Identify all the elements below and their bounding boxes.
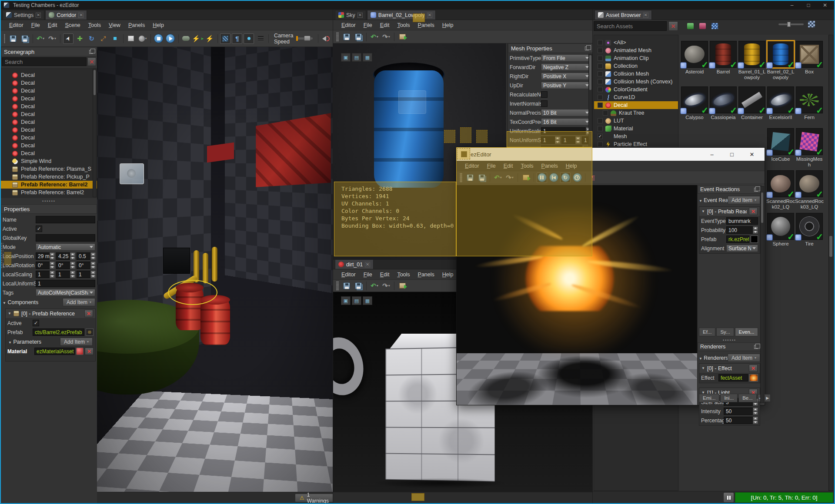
scenegraph-item-decal[interactable]: Decal	[1, 149, 97, 157]
spin-up-icon[interactable]	[753, 417, 758, 421]
particle-doc-menu-editor[interactable]: Editor	[337, 271, 360, 279]
scenegraph-item-simple-wind[interactable]: Simple Wind	[1, 157, 97, 165]
undo-icon[interactable]: ↶▾	[369, 281, 380, 291]
asset-type-animation-clip[interactable]: Animation Clip	[594, 54, 678, 62]
grid-icon[interactable]	[220, 33, 230, 44]
float-panel-icon[interactable]	[754, 345, 758, 349]
asset-thumbnail[interactable]: ✓	[710, 86, 737, 113]
browse-asset-button[interactable]	[86, 328, 94, 336]
scenegraph-item-decal[interactable]: Decal	[1, 79, 97, 87]
asset-item-barrel-01-lowpoly[interactable]: ✓Barrel_01_Lowpoly	[738, 41, 766, 80]
spin-down-icon[interactable]	[753, 230, 758, 234]
type-filter-checkbox[interactable]	[598, 56, 603, 61]
spin-input[interactable]: 100	[726, 226, 753, 234]
speaker-icon[interactable]	[321, 33, 331, 44]
spin-up-icon[interactable]	[50, 271, 55, 275]
viewport-camera-icon[interactable]: ▤	[352, 296, 361, 305]
spin-input[interactable]: 0°	[77, 262, 90, 269]
particle-doc-menu-edit[interactable]: Edit	[376, 271, 394, 279]
type-filter-checkbox[interactable]	[598, 103, 603, 108]
asset-filter-icon[interactable]	[697, 21, 708, 31]
mode-select[interactable]: Automatic	[36, 243, 95, 251]
minimize-button[interactable]: –	[785, 1, 798, 9]
scene-menu-editor[interactable]: Editor	[5, 21, 27, 29]
asset-thumbnail[interactable]: ✓	[681, 86, 708, 113]
asset-item-icecube[interactable]: ✓IceCube	[766, 128, 795, 162]
save-icon[interactable]	[8, 33, 18, 44]
scale-icon[interactable]: ⤢	[98, 33, 109, 44]
spin-buttons[interactable]	[90, 252, 96, 260]
run-project-icon[interactable]: ⚡➤	[193, 33, 203, 44]
play-icon[interactable]	[165, 33, 176, 44]
mesh-menu-help[interactable]: Help	[438, 21, 458, 29]
asset-item-sphere[interactable]: ✓Sphere	[766, 213, 795, 247]
asset-type-colorgradient[interactable]: ColorGradient	[594, 86, 678, 93]
asset-grid-scrollbar[interactable]	[828, 35, 833, 491]
spin-up-icon[interactable]	[90, 271, 96, 275]
active-checkbox[interactable]: ✓	[33, 320, 39, 326]
doc-tab-settings[interactable]: Settings✕	[3, 10, 44, 20]
scenegraph-item-prefab-reference-barrel2[interactable]: Prefab Reference: Barrel2	[1, 181, 97, 189]
asset-type-animated-mesh[interactable]: Animated Mesh	[594, 46, 678, 54]
scenegraph-item-decal[interactable]: Decal	[1, 126, 97, 134]
spin-buttons[interactable]	[50, 271, 55, 278]
scenegraph-item-prefab-reference-pickup-p[interactable]: Prefab Reference: Pickup_P	[1, 173, 97, 181]
asset-item-scannedrock02-lq[interactable]: ✓ScannedRock02_LQ	[766, 170, 795, 210]
thumbnail-size-slider[interactable]	[778, 23, 804, 25]
scenegraph-item-decal[interactable]: Decal	[1, 118, 97, 126]
doc-tab-barrel-02-lowpoly[interactable]: Barrel_02_Lowpoly✕	[367, 10, 436, 20]
scenegraph-item-decal[interactable]: Decal	[1, 103, 97, 110]
type-filter-checkbox[interactable]	[598, 71, 603, 76]
particle-tab-sy[interactable]: Sy...	[716, 328, 734, 336]
scenegraph-item-decal[interactable]: Decal	[1, 142, 97, 149]
viewport-view-icon[interactable]: ▣	[341, 296, 351, 305]
particle-doc-menu-file[interactable]: File	[360, 271, 376, 279]
scenegraph-search-clear-icon[interactable]: ✕	[87, 57, 96, 66]
save-all-icon[interactable]	[20, 33, 30, 44]
select-icon[interactable]: ➤	[63, 33, 73, 44]
asset-thumbnail[interactable]: ✓	[796, 41, 823, 68]
asset-item-barrel-02-lowpoly[interactable]: ✓Barrel_02_Lowpoly	[766, 41, 795, 80]
type-filter-checkbox[interactable]: ✓	[598, 134, 603, 139]
float-panel-icon[interactable]	[89, 50, 93, 54]
spin-down-icon[interactable]	[90, 275, 96, 279]
spin-down-icon[interactable]	[753, 421, 758, 424]
asset-item-fern[interactable]: ✓Fern	[795, 86, 824, 120]
component-group-header[interactable]: ▼ [0] - Prefab Reference ✕	[6, 309, 95, 318]
doc-tab-dirt-01[interactable]: dirt_01✕	[335, 259, 374, 269]
type-filter-checkbox[interactable]	[598, 118, 603, 123]
asset-thumbnail[interactable]: ✓	[767, 213, 794, 240]
spin-down-icon[interactable]	[50, 265, 55, 269]
spin-down-icon[interactable]	[90, 256, 96, 260]
save-all-icon[interactable]	[353, 281, 364, 291]
save-all-icon[interactable]	[353, 32, 364, 42]
toolbar-grip[interactable]	[336, 281, 339, 291]
spin-buttons[interactable]	[90, 271, 96, 278]
recalculatenormals-checkbox[interactable]	[541, 91, 548, 98]
asset-thumbnail[interactable]: ✓	[738, 41, 765, 68]
tab-close-icon[interactable]: ✕	[643, 13, 648, 18]
active-checkbox[interactable]: ✓	[36, 225, 42, 232]
tabs-scroll-right-icon[interactable]: ▶	[765, 394, 771, 402]
spin-buttons[interactable]	[90, 262, 96, 269]
doc-tab-corridor[interactable]: Corridor✕	[45, 10, 87, 20]
float-panel-icon[interactable]	[585, 46, 589, 50]
scenegraph-item-prefab-reference-plasma-s[interactable]: Prefab Reference: Plasma_S	[1, 165, 97, 173]
prefab-reaction-header[interactable]: ▼ [0] - Prefab Reaction ✕	[699, 207, 760, 216]
scenegraph-item-prefab-reference-barrel2[interactable]: Prefab Reference: Barrel2	[1, 189, 97, 196]
particle-panel-scrollbar[interactable]	[760, 186, 764, 403]
type-filter-checkbox[interactable]	[598, 126, 603, 131]
spin-buttons[interactable]	[753, 408, 758, 415]
particle-tab-emi[interactable]: Emi...	[699, 394, 719, 402]
scene-menu-help[interactable]: Help	[149, 21, 168, 29]
spin-down-icon[interactable]	[753, 411, 758, 415]
asset-thumbnail[interactable]: ✓	[796, 213, 823, 240]
scene-viewport[interactable]	[97, 47, 333, 492]
spin-input[interactable]: 0°	[56, 262, 70, 269]
viewport-grid-icon[interactable]: ▦	[363, 53, 372, 62]
spin-input[interactable]: 1	[77, 271, 90, 278]
particle-doc-menu-panels[interactable]: Panels	[414, 271, 438, 279]
asset-thumbnail[interactable]: ✓	[767, 170, 794, 197]
type-filter-checkbox[interactable]	[598, 95, 603, 100]
prefab-asset-input[interactable]: cts/Barrel2.ezPrefab	[33, 328, 84, 336]
